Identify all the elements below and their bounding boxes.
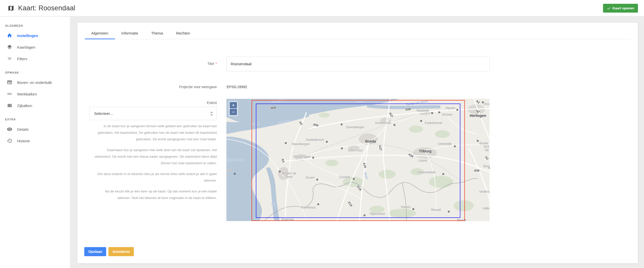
sidebar-section: ALGEMEENInstellingenKaartlagenFilters [0, 24, 70, 64]
sidebar-item-label: Kaartlagen [17, 45, 35, 49]
tab-algemeen[interactable]: Algemeen [85, 27, 115, 39]
save-button[interactable]: Opslaan [84, 247, 106, 256]
projectie-value: EPSG:28992 [227, 85, 247, 89]
titel-input[interactable] [226, 57, 490, 71]
map-label-city: Ros [484, 102, 489, 106]
sidebar-item-label: Zijbalken [17, 104, 32, 108]
sidebar-item-filters[interactable]: Filters [0, 53, 70, 64]
map-place-marker [482, 102, 484, 103]
map-label-city: Sint-Oe [484, 145, 490, 152]
eye-icon [7, 126, 12, 132]
help-paragraph: Om deze extents in te tekenen kies je al… [92, 171, 217, 184]
extent-map[interactable]: HaringvlietAmerBergsche MaasVolkerakSlaa… [226, 99, 490, 221]
map-zoom-control: + − [229, 101, 238, 116]
map-label-city: Veldhove [479, 190, 490, 193]
sidebar: ALGEMEENInstellingenKaartlagenFiltersOPM… [0, 17, 70, 268]
map-label-big: 's-Hertogen [470, 109, 486, 118]
sidebar-section: EXTRADetailsHistorie [0, 118, 70, 147]
zoom-in-button[interactable]: + [230, 102, 237, 108]
map-label-city: Best [483, 164, 490, 168]
topbar-icon [7, 80, 12, 85]
required-asterisk: * [216, 62, 217, 66]
map-icon [8, 5, 14, 12]
titel-label: Titel* [77, 62, 217, 66]
sidebar-item-instellingen[interactable]: Instellingen [0, 30, 70, 41]
tab-informatie[interactable]: Informatie [115, 27, 145, 39]
map-place-marker [489, 167, 490, 169]
sidebar-section-label: EXTRA [0, 118, 70, 123]
unfold-more-icon [209, 111, 214, 116]
form-actions: Opslaan Annuleren [84, 247, 134, 256]
cancel-button[interactable]: Annuleren [108, 247, 134, 256]
extent-select[interactable]: Selecteer... [90, 107, 217, 120]
filter-icon [7, 56, 12, 61]
sidebars-icon [7, 103, 12, 108]
map-place-marker [234, 173, 236, 175]
map-label-road: A2 [485, 156, 489, 160]
projectie-label: Projectie voor weergave [77, 85, 217, 89]
sidebar-item-label: Instellingen [17, 34, 38, 38]
map-label-city: seke [226, 169, 232, 172]
sidebar-item-boven-en-onderbalk[interactable]: Boven- en onderbalk [0, 77, 70, 88]
sidebar-item-label: Werkbalken [17, 92, 37, 96]
home-icon [7, 33, 12, 38]
sidebar-item-label: Boven- en onderbalk [17, 80, 52, 85]
map-label-water: Oosterschelde [226, 158, 244, 162]
map-label-road: A58 [474, 169, 479, 172]
extent-label: Extent [77, 101, 217, 105]
page-title-group: Kaart: Roosendaal [8, 4, 75, 12]
help-paragraph: Na de keuze klik je één keer op de kaart… [92, 188, 217, 201]
tab-bar: AlgemeenInformatieThemaRechten [85, 27, 630, 39]
map-extent-blue-frame [256, 104, 460, 218]
history-icon [7, 138, 12, 144]
sidebar-section-label: ALGEMEEN [0, 24, 70, 30]
open-map-button[interactable]: Kaart openen [603, 4, 638, 13]
tab-thema[interactable]: Thema [145, 27, 170, 39]
sidebar-item-historie[interactable]: Historie [0, 135, 70, 147]
tab-rechten[interactable]: Rechten [170, 27, 197, 39]
map-label-road: A2 [476, 99, 480, 104]
help-paragraph: In de kaart kun je aangeven binnen welk … [92, 123, 217, 143]
settings-card: AlgemeenInformatieThemaRechten Titel* Pr… [77, 23, 638, 263]
sidebar-item-details[interactable]: Details [0, 123, 70, 135]
map-label-city: Valke [483, 207, 490, 210]
sidebar-section: OPMAAKBoven- en onderbalkWerkbalkenZijba… [0, 71, 70, 111]
extent-help-text: In de kaart kun je aangeven binnen welk … [92, 123, 217, 206]
toolbars-icon [7, 91, 12, 97]
page-title: Kaart: Roosendaal [18, 4, 75, 12]
check-icon [607, 6, 611, 10]
layers-icon [7, 44, 12, 50]
open-map-button-label: Kaart openen [613, 6, 634, 10]
sidebar-item-kaartlagen[interactable]: Kaartlagen [0, 41, 70, 53]
sidebar-item-werkbalken[interactable]: Werkbalken [0, 88, 70, 100]
map-place-marker [477, 140, 479, 142]
app-header: Kaart: Roosendaal Kaart openen [0, 0, 644, 16]
sidebar-section-label: OPMAAK [0, 71, 70, 77]
extent-select-value: Selecteer... [90, 111, 209, 116]
help-paragraph: Daarnaast kun je aangeven met welk deel … [92, 147, 217, 166]
zoom-out-button[interactable]: − [230, 109, 237, 115]
sidebar-item-label: Details [17, 127, 29, 131]
sidebar-item-zijbalken[interactable]: Zijbalken [0, 100, 70, 111]
sidebar-item-label: Historie [17, 139, 30, 143]
sidebar-item-label: Filters [17, 57, 27, 61]
map-label-city: Boxtel [479, 142, 488, 145]
